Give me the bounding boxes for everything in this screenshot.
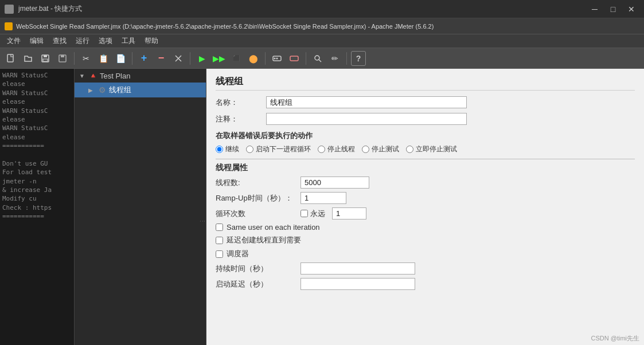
app-title-bar: WebSocket Single Read Sampler.jmx (D:\ap…: [0, 18, 644, 34]
forever-checkbox-label[interactable]: 永远: [300, 209, 325, 219]
toolbar-sep2: [132, 52, 132, 65]
ramp-up-input[interactable]: [300, 192, 346, 204]
duration-input[interactable]: [300, 262, 415, 275]
toolbar-new[interactable]: [3, 51, 18, 66]
menu-tools[interactable]: 工具: [117, 35, 140, 47]
watermark: CSDN @timi先生: [591, 334, 640, 343]
tree-item-thread-group[interactable]: ▶ ⚙ 线程组: [75, 83, 206, 97]
toolbar-add[interactable]: +: [136, 51, 151, 66]
menu-bar: 文件 编辑 查找 运行 选项 工具 帮助: [0, 34, 644, 48]
close-button[interactable]: ✕: [623, 3, 639, 15]
panel-section-title: 线程组: [216, 76, 635, 91]
forever-label: 永远: [310, 209, 325, 219]
svg-rect-0: [7, 54, 13, 62]
radio-stop-test[interactable]: 停止测试: [362, 144, 399, 154]
delay-create-checkbox[interactable]: [216, 237, 223, 244]
radio-next-loop[interactable]: 启动下一进程循环: [246, 144, 311, 154]
toolbar-pencil[interactable]: ✏: [327, 51, 342, 66]
menu-edit[interactable]: 编辑: [25, 35, 48, 47]
menu-options[interactable]: 选项: [94, 35, 117, 47]
radio-continue[interactable]: 继续: [216, 144, 239, 154]
tree-arrow: ▼: [79, 73, 86, 79]
svg-rect-9: [290, 56, 298, 61]
window-icon: [5, 5, 14, 14]
svg-rect-3: [43, 59, 48, 61]
duration-label: 持续时间（秒）: [216, 264, 296, 274]
radio-stop-test-now[interactable]: 立即停止测试: [406, 144, 457, 154]
console-panel: WARN StatusC elease WARN StatusC elease …: [0, 69, 75, 345]
name-row: 名称：: [216, 96, 635, 108]
window-title: jmeter.bat - 快捷方式: [18, 4, 582, 14]
toolbar-saveas[interactable]: [55, 51, 70, 66]
main-layout: WARN StatusC elease WARN StatusC elease …: [0, 69, 644, 345]
app-icon: [5, 22, 13, 30]
menu-file[interactable]: 文件: [2, 35, 25, 47]
props-section-title: 线程属性: [216, 159, 635, 173]
test-plan-icon: 🔺: [88, 71, 97, 80]
toolbar-search[interactable]: [310, 51, 325, 66]
scheduler-label: 调度器: [227, 249, 249, 259]
start-delay-row: 启动延迟（秒）: [216, 278, 635, 290]
same-user-label: Same user on each iteration: [227, 223, 320, 232]
maximize-button[interactable]: □: [605, 3, 621, 15]
tree-label-test-plan: Test Plan: [100, 72, 130, 80]
toolbar-open[interactable]: [21, 51, 36, 66]
console-output: WARN StatusC elease WARN StatusC elease …: [2, 71, 72, 221]
start-delay-label: 启动延迟（秒）: [216, 279, 296, 289]
window-controls: ─ □ ✕: [587, 3, 639, 15]
toolbar-clear[interactable]: [171, 51, 186, 66]
panel-drag-handle[interactable]: ⋮: [200, 218, 206, 224]
menu-find[interactable]: 查找: [48, 35, 71, 47]
toolbar-remote-start[interactable]: [270, 51, 284, 66]
svg-rect-5: [61, 55, 64, 57]
error-section-title: 在取样器错误后要执行的动作: [216, 131, 635, 141]
scheduler-row: 调度器: [216, 249, 635, 259]
tree-label-thread-group: 线程组: [109, 85, 131, 95]
ramp-up-label: Ramp-Up时间（秒）：: [216, 193, 296, 203]
tree-panel: ▼ 🔺 Test Plan ▶ ⚙ 线程组 ⋮: [75, 69, 206, 345]
minimize-button[interactable]: ─: [587, 3, 603, 15]
thread-group-icon: ⚙: [97, 85, 107, 95]
delay-create-row: 延迟创建线程直到需要: [216, 235, 635, 245]
svg-rect-2: [44, 55, 47, 57]
toolbar-copy[interactable]: 📋: [96, 51, 111, 66]
delay-create-label: 延迟创建线程直到需要: [227, 235, 301, 245]
toolbar-help[interactable]: ?: [351, 51, 366, 66]
menu-run[interactable]: 运行: [71, 35, 94, 47]
scheduler-checkbox[interactable]: [216, 250, 223, 258]
toolbar-remote-stop[interactable]: [287, 51, 302, 66]
name-input[interactable]: [266, 96, 467, 108]
toolbar-shutdown[interactable]: ⬤: [246, 51, 261, 66]
toolbar-stop[interactable]: ⬛: [229, 51, 244, 66]
toolbar-cut[interactable]: ✂: [79, 51, 93, 66]
forever-checkbox[interactable]: [300, 210, 308, 217]
thread-count-input[interactable]: [300, 177, 369, 189]
toolbar-sep1: [74, 52, 75, 65]
toolbar-start[interactable]: ▶: [194, 51, 209, 66]
thread-count-row: 线程数:: [216, 177, 635, 189]
start-delay-input[interactable]: [300, 278, 415, 290]
radio-stop-thread[interactable]: 停止线程: [318, 144, 355, 154]
comment-row: 注释：: [216, 113, 635, 125]
loop-count-input[interactable]: [332, 207, 366, 219]
toolbar-sep6: [346, 52, 347, 65]
thread-group-panel: 线程组 名称： 注释： 在取样器错误后要执行的动作 继续 启动下一进程循环 停止…: [206, 69, 644, 345]
toolbar-paste[interactable]: 📄: [113, 51, 128, 66]
name-label: 名称：: [216, 97, 261, 108]
toolbar-sep3: [190, 52, 190, 65]
title-bar: jmeter.bat - 快捷方式 ─ □ ✕: [0, 0, 644, 18]
menu-help[interactable]: 帮助: [140, 35, 163, 47]
svg-point-7: [274, 57, 276, 59]
app-title-text: WebSocket Single Read Sampler.jmx (D:\ap…: [16, 23, 434, 30]
svg-line-11: [319, 60, 321, 62]
toolbar-start-no-pause[interactable]: ▶▶: [212, 51, 227, 66]
comment-input[interactable]: [266, 113, 467, 125]
duration-row: 持续时间（秒）: [216, 262, 635, 275]
toolbar-sep4: [265, 52, 266, 65]
tree-item-test-plan[interactable]: ▼ 🔺 Test Plan: [75, 69, 206, 83]
svg-point-10: [315, 56, 319, 60]
toolbar-remove[interactable]: −: [154, 51, 169, 66]
same-user-checkbox[interactable]: [216, 224, 223, 231]
ramp-up-row: Ramp-Up时间（秒）：: [216, 192, 635, 204]
toolbar-save[interactable]: [38, 51, 53, 66]
